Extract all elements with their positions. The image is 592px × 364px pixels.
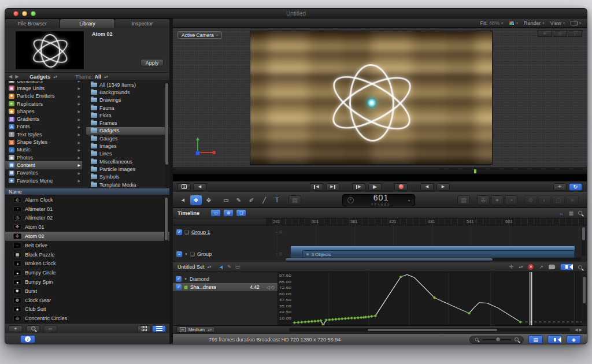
orbit-view-button[interactable]: ◎ — [553, 30, 567, 37]
fit-dropdown[interactable]: Fit: 48% ▾ — [480, 20, 504, 26]
keyframe-point[interactable] — [293, 321, 296, 324]
goto-end-button[interactable]: ▶ — [326, 183, 339, 191]
sidebar-item-particle-emitters[interactable]: ✹Particle Emitters▶ — [5, 92, 82, 100]
info-button[interactable]: i — [20, 335, 35, 343]
parameter-row-shadedness[interactable]: ✓ Sha...dness 4.42 ◁ ◇ — [173, 283, 278, 291]
folders-scrollbar[interactable] — [165, 82, 169, 187]
paint-stroke-tool[interactable]: ✐ — [246, 195, 257, 205]
list-item-belt-drive[interactable]: ∙∙Belt Drive — [5, 241, 169, 250]
sidebar-item-shapes[interactable]: ◆Shapes▶ — [5, 107, 82, 115]
list-item-atom-01[interactable]: ✣Atom 01 — [5, 222, 169, 232]
keyframe-point[interactable] — [353, 317, 357, 320]
bezier-tool[interactable]: ✎ — [233, 195, 245, 205]
edit-keyframes-tool[interactable]: ➤ — [217, 263, 225, 270]
show-video-tracks-button[interactable]: ▭ — [211, 210, 220, 216]
filters-button[interactable]: ◐ — [538, 195, 551, 205]
show-keyframes-button[interactable]: ❏ — [236, 210, 246, 216]
disclosure-icon[interactable]: ▼ — [184, 252, 188, 256]
filmstrip-icon[interactable]: ▦ — [568, 210, 574, 216]
record-button[interactable] — [394, 183, 408, 191]
sidebar-item-image-units[interactable]: ▣Image Units▶ — [5, 84, 82, 92]
dolly-view-button[interactable]: ↕ — [568, 30, 582, 37]
group-checkbox[interactable]: − — [176, 251, 182, 257]
list-view-button[interactable] — [152, 325, 166, 332]
list-item-concentric-circles[interactable]: ◎Concentric Circles — [5, 314, 169, 323]
list-item-bumpy-circle[interactable]: ●Bumpy Circle — [5, 268, 169, 277]
parameter-row-diamond[interactable]: ✓ ▼ Diamond — [173, 275, 278, 283]
list-item-atom-02[interactable]: ✣Atom 02 — [5, 232, 169, 241]
show-audio-button[interactable] — [547, 335, 562, 344]
pan-view-button[interactable]: ✛ — [538, 30, 552, 37]
zoom-slider-thumb[interactable] — [495, 337, 501, 342]
keyframe-point[interactable] — [356, 317, 360, 320]
theme-value[interactable]: All — [94, 74, 101, 80]
channels-dropdown[interactable]: ▾ — [509, 21, 518, 25]
folder-backgrounds[interactable]: Backgrounds — [86, 88, 169, 96]
keyframe-point[interactable] — [297, 321, 300, 324]
timeline-ruler[interactable]: 241301361421481541601 — [173, 218, 587, 225]
link-icon[interactable]: ↔ — [558, 210, 564, 216]
keyframe-point[interactable] — [304, 321, 307, 324]
rectangle-tool[interactable]: ▭ — [220, 195, 232, 205]
preview-toggle-button[interactable]: ▭ — [43, 325, 57, 332]
curve-set-dropdown[interactable]: Untitled Set ▴▾ — [177, 264, 212, 270]
keyframe-point[interactable] — [347, 317, 350, 320]
show-keyframe-editor-button[interactable]: ◈ — [567, 335, 581, 344]
mask-mini-icon[interactable]: ▫ — [276, 230, 277, 235]
folder-template-media[interactable]: Template Media — [86, 181, 169, 188]
show-frame-button[interactable]: 3 — [177, 183, 191, 191]
clear-curve-button[interactable]: ✕ — [528, 264, 534, 270]
lock-mini-icon[interactable]: ⚿ — [279, 252, 282, 257]
keyframe-point[interactable] — [319, 320, 323, 322]
disclosure-icon[interactable]: ▼ — [184, 277, 187, 281]
keyframe-vscrollbar[interactable] — [582, 274, 586, 323]
keyframe-point[interactable] — [343, 317, 347, 320]
sidebar-item-music[interactable]: ♪Music▶ — [5, 146, 82, 154]
new-media-button[interactable]: ◔ — [505, 195, 517, 205]
render-dropdown[interactable]: Render ▾ — [524, 20, 545, 26]
behaviors-button[interactable]: ⚙ — [524, 195, 537, 205]
timeline-zoom-control[interactable] — [469, 336, 524, 344]
hud-button[interactable]: ▤ — [288, 195, 301, 205]
keyframe-diamond-icon[interactable]: ◇ — [271, 285, 275, 290]
keyframe-graph[interactable]: 97.5085.0072.5060.0047.5035.0022.5010.00 — [278, 272, 582, 325]
sidebar-item-favorites[interactable]: ▦Favorites▶ — [5, 169, 82, 177]
back-icon[interactable]: ◀ — [9, 74, 12, 79]
keyframe-point[interactable] — [373, 314, 377, 317]
atom-nucleus-selection[interactable] — [367, 98, 376, 107]
snap-stepper-icon[interactable]: ▴▾ — [519, 265, 523, 269]
marker-back-button[interactable]: ◀ — [193, 183, 206, 191]
previous-keyframe-icon[interactable]: ◁ — [267, 285, 270, 290]
list-item-altimeter-01[interactable]: ◔Altimeter 01 — [5, 205, 169, 214]
folder-lines[interactable]: Lines — [86, 150, 169, 158]
group1-checkbox[interactable]: ✓ — [176, 229, 182, 235]
sidebar-item-fonts[interactable]: AFonts▶ — [5, 123, 82, 131]
tab-file-browser[interactable]: File Browser — [5, 19, 60, 28]
timeline-hscrollbar[interactable] — [286, 258, 581, 261]
show-audio-tracks-button[interactable]: ⚙ — [224, 210, 233, 216]
project-pane-button[interactable]: ▤ — [457, 195, 470, 205]
objects-bar[interactable]: ≡ 3 Objects — [302, 250, 575, 258]
timecode-display[interactable]: 601FRAMES ▾ — [342, 194, 415, 206]
keyframe-point[interactable] — [313, 320, 317, 322]
new-camera-button[interactable]: ✇ — [477, 195, 490, 205]
play-from-start-button[interactable]: ▶ — [352, 183, 365, 191]
folder-particle-images[interactable]: Particle Images — [86, 165, 169, 173]
next-frame-button[interactable]: ▶ — [436, 183, 450, 191]
audio-toggle-button[interactable] — [560, 263, 573, 270]
zoom-in-icon[interactable] — [515, 337, 519, 341]
text-tool[interactable]: T — [271, 195, 283, 205]
mini-timeline-playhead[interactable] — [474, 169, 476, 173]
keyframe-point[interactable] — [331, 318, 334, 321]
list-item-block-puzzle[interactable]: ▦Block Puzzle — [5, 250, 169, 259]
keyframe-point[interactable] — [341, 317, 344, 320]
box-select-tool[interactable]: ▭ — [235, 264, 240, 270]
location-dropdown[interactable]: Gadgets — [29, 74, 50, 80]
group1-label[interactable]: Group 1 — [191, 229, 210, 235]
keyframe-point[interactable] — [399, 276, 402, 278]
canvas[interactable]: Active Camera ▾ ✛ ◎ ↕ — [173, 28, 587, 168]
keyframe-curve[interactable] — [294, 274, 520, 325]
list-item-broken-clock[interactable]: ◑Broken Clock — [5, 259, 169, 269]
keyframe-hscrollbar[interactable] — [289, 328, 570, 332]
mini-timeline[interactable] — [173, 168, 587, 174]
